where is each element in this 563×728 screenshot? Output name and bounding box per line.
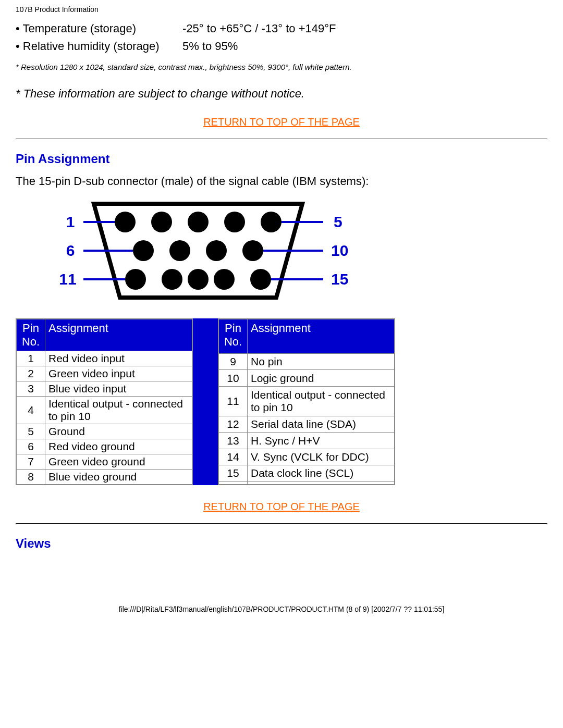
footnote: * Resolution 1280 x 1024, standard size,… xyxy=(16,63,547,71)
svg-text:1: 1 xyxy=(66,213,75,230)
svg-point-11 xyxy=(162,269,182,290)
pin-assign-cell: Red video input xyxy=(45,351,193,366)
pin-no-cell: 5 xyxy=(16,424,45,439)
table-gap xyxy=(193,318,218,485)
table-row: 13H. Sync / H+V xyxy=(218,433,395,449)
svg-point-8 xyxy=(206,240,227,261)
table-row: 2Green video input xyxy=(16,366,192,381)
pin-no-cell: 1 xyxy=(16,351,45,366)
col-pin-no: Pin No. xyxy=(218,319,248,354)
col-pin-no: Pin No. xyxy=(16,319,45,351)
svg-point-13 xyxy=(214,269,235,290)
pin-tables: Pin No. Assignment 1Red video input2Gree… xyxy=(16,318,547,485)
pin-assign-cell: Identical output - connected to pin 10 xyxy=(248,386,395,416)
svg-text:6: 6 xyxy=(66,242,75,259)
svg-point-9 xyxy=(242,240,263,261)
return-top-link[interactable]: RETURN TO TOP OF THE PAGE xyxy=(16,501,547,513)
pin-no-cell: 10 xyxy=(218,370,248,386)
change-notice: * These information are subject to chang… xyxy=(16,87,547,101)
pin-assign-cell: H. Sync / H+V xyxy=(248,433,395,449)
spec-label: • Relative humidity (storage) xyxy=(16,40,182,53)
svg-point-4 xyxy=(224,212,245,232)
pin-assign-cell: Blue video input xyxy=(45,381,193,397)
col-assignment: Assignment xyxy=(45,319,193,351)
pin-assign-cell xyxy=(248,482,395,485)
pin-assign-cell: Logic ground xyxy=(248,370,395,386)
pin-table-right: Pin No. Assignment 9No pin10Logic ground… xyxy=(218,318,395,485)
footer-path: file:///D|/Rita/LF3/lf3manual/english/10… xyxy=(0,589,563,619)
table-row xyxy=(218,482,395,485)
pin-assign-cell: Data clock line (SCL) xyxy=(248,465,395,482)
pin-no-cell: 4 xyxy=(16,397,45,424)
pin-no-cell: 9 xyxy=(218,354,248,370)
svg-point-1 xyxy=(115,212,136,232)
pin-assign-cell: Identical output - connected to pin 10 xyxy=(45,397,193,424)
table-row: 8Blue video ground xyxy=(16,470,192,485)
svg-point-2 xyxy=(151,212,172,232)
return-top-link[interactable]: RETURN TO TOP OF THE PAGE xyxy=(16,116,547,128)
section-heading-pin: Pin Assignment xyxy=(16,152,547,166)
table-row: 5Ground xyxy=(16,424,192,439)
table-row: 15Data clock line (SCL) xyxy=(218,465,395,482)
pin-assign-cell: Green video input xyxy=(45,366,193,381)
svg-point-14 xyxy=(250,269,271,290)
pin-assign-cell: Red video ground xyxy=(45,439,193,454)
table-row: 7Green video ground xyxy=(16,454,192,470)
spec-row: • Relative humidity (storage) 5% to 95% xyxy=(16,40,547,53)
pin-assign-cell: Ground xyxy=(45,424,193,439)
divider xyxy=(16,139,547,139)
divider xyxy=(16,523,547,524)
table-row: 14V. Sync (VCLK for DDC) xyxy=(218,449,395,465)
pin-assign-cell: V. Sync (VCLK for DDC) xyxy=(248,449,395,465)
page-header: 107B Product Information xyxy=(16,5,547,14)
svg-point-12 xyxy=(188,269,209,290)
spec-label: • Temperature (storage) xyxy=(16,22,182,35)
table-row: 10Logic ground xyxy=(218,370,395,386)
pin-assign-cell: Serial data line (SDA) xyxy=(248,416,395,433)
pin-no-cell: 7 xyxy=(16,454,45,470)
svg-text:15: 15 xyxy=(331,270,348,288)
table-row: 12Serial data line (SDA) xyxy=(218,416,395,433)
table-row: 4Identical output - connected to pin 10 xyxy=(16,397,192,424)
svg-point-6 xyxy=(133,240,154,261)
table-row: 6Red video ground xyxy=(16,439,192,454)
pin-table-left: Pin No. Assignment 1Red video input2Gree… xyxy=(16,318,193,485)
spec-row: • Temperature (storage) -25° to +65°C / … xyxy=(16,22,547,35)
svg-text:11: 11 xyxy=(59,270,76,288)
svg-text:10: 10 xyxy=(331,242,348,259)
pin-no-cell: 12 xyxy=(218,416,248,433)
pin-no-cell xyxy=(218,482,248,485)
spec-value: 5% to 95% xyxy=(182,40,547,53)
svg-point-10 xyxy=(125,269,146,290)
pin-no-cell: 15 xyxy=(218,465,248,482)
pin-assign-cell: Blue video ground xyxy=(45,470,193,485)
svg-text:5: 5 xyxy=(334,213,342,230)
table-row: 3Blue video input xyxy=(16,381,192,397)
table-row: 1Red video input xyxy=(16,351,192,366)
dsub-connector-diagram: 1 6 11 5 10 15 xyxy=(31,193,354,308)
pin-assign-cell: Green video ground xyxy=(45,454,193,470)
pin-no-cell: 13 xyxy=(218,433,248,449)
pin-intro: The 15-pin D-sub connector (male) of the… xyxy=(16,175,547,188)
pin-no-cell: 14 xyxy=(218,449,248,465)
pin-no-cell: 11 xyxy=(218,386,248,416)
svg-point-7 xyxy=(169,240,190,261)
pin-no-cell: 6 xyxy=(16,439,45,454)
pin-no-cell: 2 xyxy=(16,366,45,381)
pin-no-cell: 8 xyxy=(16,470,45,485)
section-heading-views: Views xyxy=(16,536,547,551)
spec-value: -25° to +65°C / -13° to +149°F xyxy=(182,22,547,35)
col-assignment: Assignment xyxy=(248,319,395,354)
svg-point-3 xyxy=(188,212,209,232)
svg-point-5 xyxy=(261,212,282,232)
table-row: 11Identical output - connected to pin 10 xyxy=(218,386,395,416)
pin-no-cell: 3 xyxy=(16,381,45,397)
pin-assign-cell: No pin xyxy=(248,354,395,370)
table-row: 9No pin xyxy=(218,354,395,370)
